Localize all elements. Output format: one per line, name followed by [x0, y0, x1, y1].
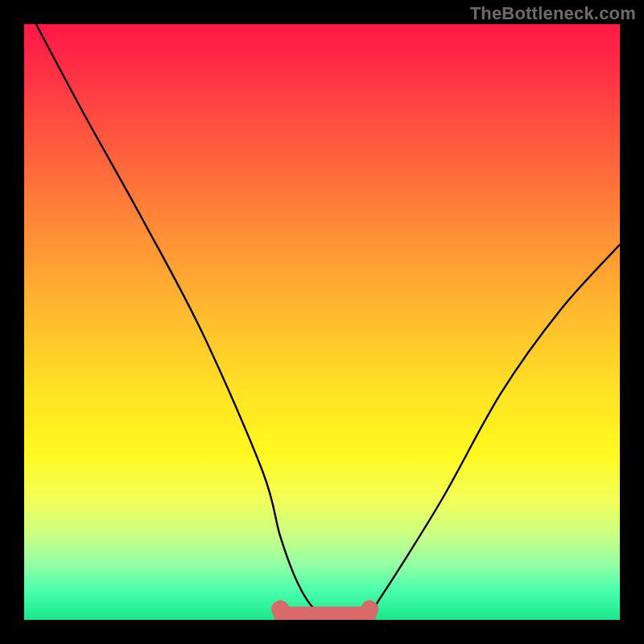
- chart-frame: TheBottleneck.com: [0, 0, 644, 644]
- chart-svg: [24, 24, 620, 620]
- watermark-text: TheBottleneck.com: [470, 3, 636, 24]
- plot-area: [24, 24, 620, 620]
- curve-path: [36, 24, 620, 617]
- accent-blob-right: [366, 609, 369, 617]
